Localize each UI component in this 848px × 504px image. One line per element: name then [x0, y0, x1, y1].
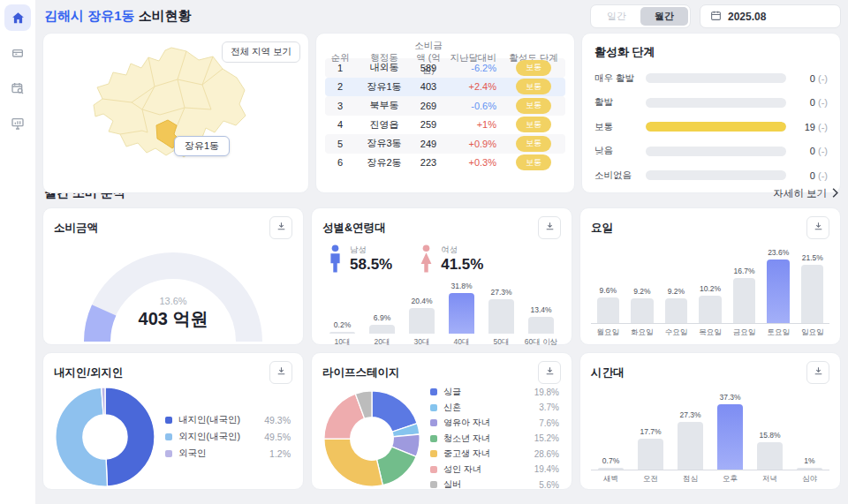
table-row[interactable]: 4진영읍259+1%보통: [325, 116, 565, 135]
legend-label: 청소년 자녀: [443, 433, 490, 445]
download-button[interactable]: [806, 216, 829, 239]
bar-value-label: 21.5%: [802, 253, 823, 262]
download-button[interactable]: [538, 361, 561, 384]
bar-category-label: 점심: [670, 474, 710, 485]
bar[interactable]: [717, 404, 744, 470]
activation-track: [646, 73, 786, 83]
bar[interactable]: [329, 332, 356, 334]
level-badge: 보통: [516, 60, 551, 76]
chevron-right-icon: [831, 188, 839, 199]
legend-percent: 5.6%: [539, 480, 559, 490]
download-icon: [813, 365, 824, 380]
store-calendar-icon: [11, 46, 25, 60]
legend-label: 외지인(내국인): [178, 431, 240, 443]
table-row[interactable]: 5장유3동249+0.9%보통: [325, 134, 565, 154]
download-button[interactable]: [806, 361, 829, 384]
bar-value-label: 9.2%: [633, 287, 650, 296]
bar[interactable]: [449, 293, 475, 334]
bar[interactable]: [733, 278, 755, 323]
legend-item: 싱글19.8%: [430, 386, 559, 398]
level-cell: 보통: [502, 60, 565, 76]
male-icon: [328, 244, 343, 278]
activation-track: [646, 170, 786, 180]
table-row[interactable]: 2장유1동403+2.4%보통: [325, 78, 565, 97]
activation-row: 낮음0 (-): [594, 145, 828, 157]
bar-category-label: 새벽: [591, 474, 631, 485]
gender-age-card: 성별&연령대 남성 58.5% 여성: [311, 207, 572, 345]
gender-summary: 남성 58.5% 여성 41.5%: [328, 244, 561, 278]
rank-cell: 3: [325, 101, 355, 111]
female-icon: [419, 244, 434, 278]
download-button[interactable]: [269, 361, 292, 384]
activation-value: 0 (-): [794, 73, 828, 84]
bar-value-label: 27.3%: [679, 410, 700, 419]
bar[interactable]: [767, 260, 789, 323]
time-bar-chart: 0.7%17.7%27.3%37.3%15.8%1%새벽오전점심오후저녁심야: [591, 393, 829, 485]
home-icon: [11, 11, 26, 26]
rank-cell: 2: [325, 81, 355, 92]
activation-value: 0 (-): [794, 97, 828, 108]
legend-item: 외지인(내국인)49.5%: [165, 431, 291, 443]
bar-value-label: 1%: [804, 456, 814, 465]
legend-label: 외국인: [178, 448, 207, 460]
activation-track: [646, 98, 786, 108]
bar-category-label: 20대: [362, 337, 402, 348]
sidebar-item-home[interactable]: [4, 4, 31, 31]
bar[interactable]: [665, 298, 687, 323]
bar[interactable]: [409, 308, 435, 335]
male-label: 남성: [350, 244, 392, 256]
activation-value: 0 (-): [794, 170, 828, 181]
rank-cell: 4: [325, 119, 355, 130]
bar[interactable]: [528, 317, 555, 334]
activation-label: 소비없음: [594, 169, 638, 182]
download-button[interactable]: [538, 216, 561, 239]
table-row[interactable]: 6장유2동223+0.3%보통: [325, 154, 565, 173]
bar[interactable]: [699, 296, 721, 323]
dong-cell: 장유2동: [355, 156, 413, 169]
bar[interactable]: [678, 422, 704, 470]
male-stat: 남성 58.5%: [328, 244, 392, 278]
bar-column: 13.4%: [521, 305, 561, 334]
download-button[interactable]: [269, 216, 292, 239]
bar[interactable]: [631, 298, 653, 323]
view-all-regions-button[interactable]: 전체 지역 보기: [222, 41, 300, 63]
bar[interactable]: [757, 442, 784, 470]
bar[interactable]: [638, 439, 664, 470]
sidebar-item-calendar-search[interactable]: [4, 75, 31, 102]
bar[interactable]: [801, 265, 823, 323]
legend-swatch: [430, 435, 437, 442]
bar[interactable]: [797, 468, 823, 470]
female-stat: 여성 41.5%: [419, 244, 483, 278]
date-picker[interactable]: 2025.08: [700, 4, 841, 28]
gauge-percent: 13.6%: [54, 296, 292, 306]
presentation-chart-icon: [11, 117, 25, 131]
daily-toggle-button[interactable]: 일간: [593, 7, 640, 26]
bar[interactable]: [369, 325, 396, 334]
bar[interactable]: [488, 299, 515, 334]
level-badge: 보통: [516, 136, 551, 152]
lifestage-card: 라이프스테이지 싱글19.8%신혼3.7%영유아 자녀7.6%청소년 자녀15.…: [311, 352, 572, 490]
rank-cell: 1: [325, 63, 355, 73]
donut-segment: [105, 387, 155, 486]
page-title-rest: 소비현황: [135, 8, 192, 23]
bar-value-label: 6.9%: [374, 313, 390, 322]
sidebar-item-report[interactable]: [4, 110, 31, 137]
bar[interactable]: [598, 468, 625, 470]
ranking-table-card: 순위 행정동 소비금액 (억원) 지난달대비 활성도 단계 1내외동589-6.…: [315, 33, 575, 193]
table-row[interactable]: 3북부동269-0.6%보통: [325, 96, 565, 116]
sidebar-item-store[interactable]: [4, 40, 31, 66]
activation-panel: 활성화 단계 매우 활발0 (-)활발0 (-)보통19 (-)낮음0 (-)소…: [581, 33, 841, 193]
legend-percent: 49.5%: [264, 432, 291, 442]
bar-category-label: 40대: [442, 337, 481, 348]
detail-link[interactable]: 자세히 보기: [773, 187, 839, 200]
amount-cell: 269: [413, 101, 443, 111]
bar-category-label: 토요일: [761, 327, 796, 338]
bar-category-label: 오전: [631, 474, 670, 485]
download-icon: [813, 221, 824, 235]
bar-value-label: 20.4%: [411, 297, 432, 305]
bar-column: 6.9%: [362, 313, 402, 334]
bar[interactable]: [597, 297, 619, 323]
legend-percent: 15.2%: [534, 433, 559, 443]
monthly-toggle-button[interactable]: 월간: [640, 7, 688, 26]
consumption-amount-card: 소비금액 13.6% 403 억원: [42, 207, 304, 345]
